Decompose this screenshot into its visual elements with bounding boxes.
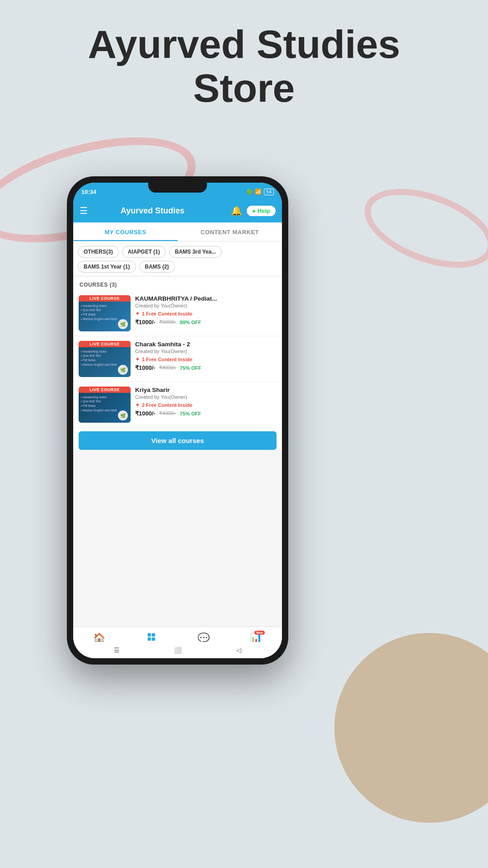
status-time: 10:34 — [81, 189, 96, 195]
chip-bams2[interactable]: BAMS (2) — [139, 261, 175, 273]
course-creator-1: Created by You(Owner) — [135, 303, 277, 308]
course-thumbnail-3: LIVE COURSE Kriya Sharir / Physiology • … — [79, 387, 131, 423]
price-row-2: ₹1000/- ₹4000/- 75% OFF — [135, 364, 277, 371]
battery-icon: 54 — [264, 189, 274, 195]
whatsapp-help-icon: ● — [252, 208, 256, 214]
course-name-3: Kriya Sharir — [135, 387, 277, 393]
free-content-2: ✦ 1 Free Content Inside — [135, 356, 277, 363]
svg-rect-3 — [152, 637, 155, 640]
tab-content-market[interactable]: CONTENT MARKET — [178, 222, 282, 241]
course-card-3[interactable]: LIVE COURSE Kriya Sharir / Physiology • … — [73, 382, 282, 428]
free-star-icon-3: ✦ — [135, 401, 140, 408]
help-button[interactable]: ● Help — [247, 206, 276, 216]
tab-bar: MY COURSES CONTENT MARKET — [73, 222, 282, 241]
android-nav: ☰ ⬜ ◁ — [73, 642, 282, 658]
courses-count: COURSES (3) — [73, 277, 282, 291]
course-name-2: Charak Samhita - 2 — [135, 341, 277, 348]
discount-1: 80% OFF — [180, 320, 201, 325]
course-card-1[interactable]: LIVE COURSE Kaumarbhritya / Pediatrics •… — [73, 291, 282, 336]
price-current-1: ₹1000/- — [135, 319, 155, 326]
course-info-2: Charak Samhita - 2 Created by You(Owner)… — [135, 341, 277, 371]
course-info-1: KAUMARBHRITYA / Pediat... Created by You… — [135, 295, 277, 326]
course-thumbnail-2: LIVE COURSE Charak Samhita - 2 • Handwri… — [79, 341, 131, 377]
free-content-1: ✦ 1 Free Content Inside — [135, 310, 277, 317]
live-badge-2: LIVE COURSE — [79, 341, 131, 347]
view-all-button[interactable]: View all courses — [79, 431, 277, 450]
price-original-3: ₹4000/- — [159, 410, 176, 416]
course-creator-3: Created by You(Owner) — [135, 394, 277, 400]
discount-3: 75% OFF — [180, 411, 201, 416]
phone-screen: 10:34 🟢 📶 54 ☰ Ayurved Studies 🔔 ● Help … — [73, 183, 282, 658]
courses-section: COURSES (3) LIVE COURSE Kaumarbhritya / … — [73, 277, 282, 450]
price-row-1: ₹1000/- ₹5000/- 80% OFF — [135, 319, 277, 326]
phone-frame: 10:34 🟢 📶 54 ☰ Ayurved Studies 🔔 ● Help … — [67, 176, 288, 665]
course-creator-2: Created by You(Owner) — [135, 349, 277, 354]
svg-rect-2 — [148, 637, 151, 640]
course-thumbnail-1: LIVE COURSE Kaumarbhritya / Pediatrics •… — [79, 295, 131, 331]
new-badge: New — [254, 631, 264, 635]
android-back-btn[interactable]: ◁ — [236, 646, 241, 654]
app-title: Ayurved Studies — [92, 206, 213, 216]
price-original-2: ₹4000/- — [159, 365, 176, 371]
filter-chips: OTHERS(3) AIAPGET (1) BAMS 3rd Yea... BA… — [73, 241, 282, 275]
price-row-3: ₹1000/- ₹4000/- 75% OFF — [135, 410, 277, 417]
free-star-icon-2: ✦ — [135, 356, 140, 363]
course-info-3: Kriya Sharir Created by You(Owner) ✦ 2 F… — [135, 387, 277, 417]
android-menu-btn[interactable]: ☰ — [114, 646, 120, 654]
chip-aiapget[interactable]: AIAPGET (1) — [122, 246, 166, 258]
free-text-3: 2 Free Content Inside — [142, 402, 192, 408]
svg-rect-1 — [152, 633, 155, 636]
page-title: Ayurved Studies Store — [0, 23, 488, 110]
course-name-1: KAUMARBHRITYA / Pediat... — [135, 295, 277, 302]
android-home-btn[interactable]: ⬜ — [174, 646, 182, 654]
signal-icon: 📶 — [255, 189, 262, 195]
price-current-3: ₹1000/- — [135, 410, 155, 417]
chip-bams1[interactable]: BAMS 1st Year (1) — [78, 261, 136, 273]
app-header: ☰ Ayurved Studies 🔔 ● Help — [73, 199, 282, 222]
notification-icon[interactable]: 🔔 — [231, 205, 242, 216]
course-card-2[interactable]: LIVE COURSE Charak Samhita - 2 • Handwri… — [73, 336, 282, 382]
phone-notch — [148, 183, 207, 193]
svg-rect-0 — [148, 633, 151, 636]
chip-bams3[interactable]: BAMS 3rd Yea... — [169, 246, 222, 258]
free-content-3: ✦ 2 Free Content Inside — [135, 401, 277, 408]
status-icons: 🟢 📶 54 — [246, 189, 274, 195]
thumb-icon-1: 🌿 — [118, 319, 128, 329]
thumb-icon-3: 🌿 — [118, 410, 128, 420]
chip-others[interactable]: OTHERS(3) — [78, 246, 119, 258]
free-text-1: 1 Free Content Inside — [142, 311, 192, 316]
tab-my-courses[interactable]: MY COURSES — [73, 222, 178, 241]
free-star-icon-1: ✦ — [135, 310, 140, 317]
main-content: OTHERS(3) AIAPGET (1) BAMS 3rd Yea... BA… — [73, 241, 282, 629]
thumb-icon-2: 🌿 — [118, 365, 128, 375]
discount-2: 75% OFF — [180, 365, 201, 371]
price-original-1: ₹5000/- — [159, 319, 176, 325]
live-badge-1: LIVE COURSE — [79, 295, 131, 302]
price-current-2: ₹1000/- — [135, 364, 155, 371]
live-badge-3: LIVE COURSE — [79, 387, 131, 393]
menu-icon[interactable]: ☰ — [80, 205, 88, 216]
free-text-2: 1 Free Content Inside — [142, 357, 192, 362]
title-line1: Ayurved Studies — [88, 22, 400, 66]
title-line2: Store — [193, 66, 295, 110]
whatsapp-icon: 🟢 — [246, 189, 253, 195]
